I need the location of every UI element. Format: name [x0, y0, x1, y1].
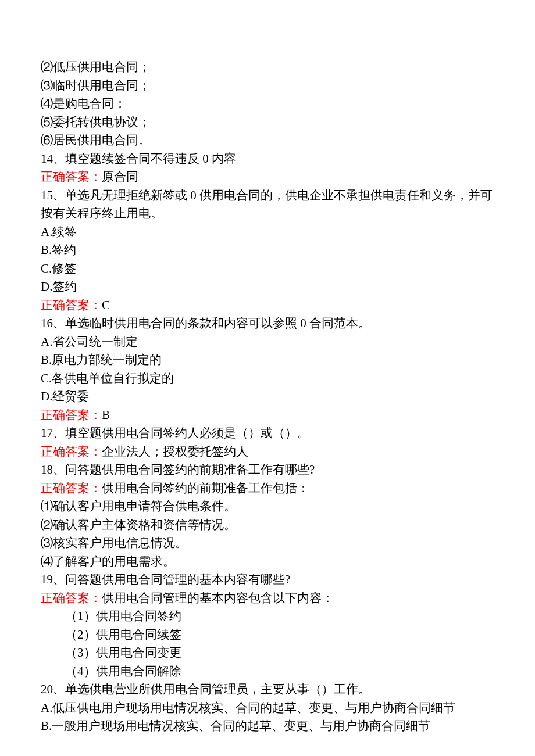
- text-line: D.经贸委: [41, 388, 494, 406]
- text-line: C.各供电单位自行拟定的: [41, 370, 494, 388]
- text-line: ⑷是购电合同；: [41, 95, 494, 113]
- text-line: A.省公司统一制定: [41, 333, 494, 352]
- answer-label: 正确答案：: [41, 170, 102, 184]
- text-line: ⑵低压供用电合同；: [41, 58, 494, 77]
- answer-label: 正确答案：: [41, 408, 102, 422]
- text-line: （2）供用电合同续签: [41, 626, 494, 644]
- text-line: 20、单选供电营业所供用电合同管理员，主要从事（）工作。: [41, 680, 494, 699]
- text-line: ⑶核实客户用电信息情况。: [41, 534, 494, 553]
- text-line: （4）供用电合同解除: [41, 662, 494, 681]
- text-line: 19、问答题供用电合同管理的基本内容有哪些?: [41, 571, 494, 589]
- text-line: 正确答案：供用电合同签约的前期准备工作包括：: [41, 479, 494, 498]
- text-line: B.一般用户现场用电情况核实、合同的起草、变更、与用户协商合同细节: [41, 717, 494, 736]
- text-line: B.签约: [41, 241, 494, 260]
- text-line: ⑶临时供用电合同；: [41, 77, 494, 95]
- answer-text: 企业法人；授权委托签约人: [102, 445, 248, 458]
- text-line: ⑸委托转供电协议；: [41, 113, 494, 132]
- text-line: 正确答案：供用电合同管理的基本内容包含以下内容：: [41, 589, 494, 608]
- text-line: ⑷了解客户的用电需求。: [41, 553, 494, 571]
- text-line: A.续签: [41, 223, 494, 242]
- text-line: 16、单选临时供用电合同的条款和内容可以参照 0 合同范本。: [41, 314, 494, 333]
- text-line: 正确答案：企业法人；授权委托签约人: [41, 443, 494, 461]
- answer-text: 供用电合同签约的前期准备工作包括：: [102, 481, 309, 495]
- answer-label: 正确答案：: [41, 445, 102, 458]
- text-line: 15、单选凡无理拒绝新签或 0 供用电合同的，供电企业不承担供电责任和义务，并可…: [41, 187, 494, 223]
- answer-label: 正确答案：: [41, 591, 102, 605]
- text-line: 18、问答题供用电合同签约的前期准备工作有哪些?: [41, 461, 494, 479]
- text-line: 正确答案：原合同: [41, 168, 494, 187]
- text-line: （1）供用电合同签约: [41, 607, 494, 626]
- answer-text: C: [102, 298, 110, 312]
- text-line: 14、填空题续签合同不得违反 0 内容: [41, 150, 494, 169]
- answer-text: B: [102, 408, 110, 422]
- text-line: （3）供用电合同变更: [41, 644, 494, 662]
- answer-text: 供用电合同管理的基本内容包含以下内容：: [102, 591, 334, 605]
- text-line: C.修签: [41, 260, 494, 278]
- text-line: A.低压供电用户现场用电情况核实、合同的起草、变更、与用户协商合同细节: [41, 699, 494, 718]
- answer-text: 原合同: [102, 170, 138, 184]
- text-line: ⑵确认客户主体资格和资信等情况。: [41, 516, 494, 535]
- text-line: 正确答案：C: [41, 296, 494, 315]
- text-line: ⑹居民供用电合同。: [41, 131, 494, 150]
- text-line: 正确答案：B: [41, 406, 494, 425]
- text-line: ⑴确认客户用电申请符合供电条件。: [41, 497, 494, 516]
- answer-label: 正确答案：: [41, 298, 102, 312]
- answer-label: 正确答案：: [41, 481, 102, 495]
- text-line: B.原电力部统一制定的: [41, 351, 494, 370]
- text-line: 17、填空题供用电合同签约人必须是（）或（）。: [41, 424, 494, 443]
- document-content: ⑵低压供用电合同；⑶临时供用电合同；⑷是购电合同；⑸委托转供电协议；⑹居民供用电…: [41, 58, 494, 736]
- text-line: D.签约: [41, 278, 494, 296]
